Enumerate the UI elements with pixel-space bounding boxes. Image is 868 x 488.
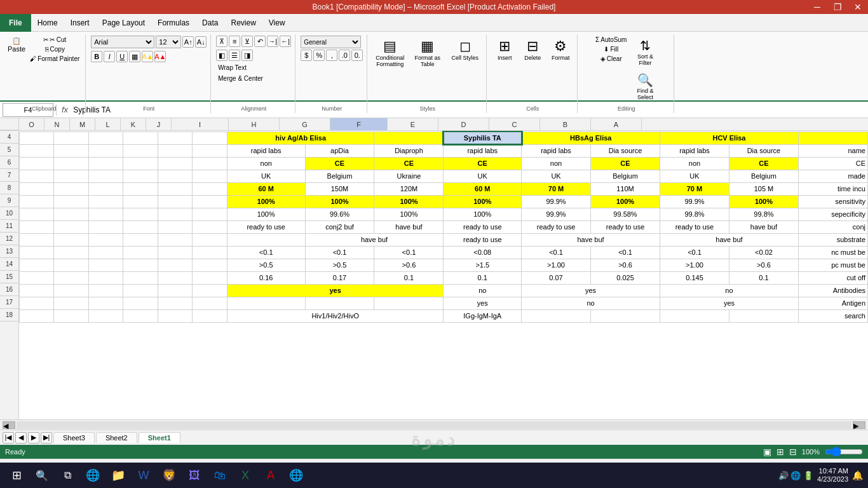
wrap-text-button[interactable]: Wrap Text xyxy=(216,64,248,72)
autosum-button[interactable]: Σ AutoSum xyxy=(593,36,628,44)
cell-b8[interactable]: 105 M xyxy=(729,182,798,195)
merge-center-button[interactable]: Merge & Center xyxy=(216,74,265,83)
cell-i18-hiv[interactable]: Hiv1/Hiv2/HivO xyxy=(227,309,444,322)
cell-b11[interactable]: have buf xyxy=(729,220,798,233)
row-header-18[interactable]: 18 xyxy=(0,309,18,322)
cell-l16[interactable] xyxy=(123,284,158,297)
cell-a16-antibodies[interactable]: Antibodies xyxy=(798,284,867,297)
autocad-button[interactable]: A xyxy=(259,464,282,487)
sheet-view-normal-icon[interactable]: ▣ xyxy=(763,447,771,457)
cell-i8[interactable]: 60 M xyxy=(227,182,305,195)
brave-button[interactable]: 🦁 xyxy=(158,464,180,487)
cell-c15[interactable]: 0.145 xyxy=(660,271,729,284)
col-header-k[interactable]: K xyxy=(121,118,146,130)
cell-h10[interactable]: 99.6% xyxy=(305,208,374,220)
cell-j12[interactable] xyxy=(193,233,227,246)
cell-m11[interactable] xyxy=(88,220,123,233)
cell-b13[interactable]: <0.02 xyxy=(729,246,798,259)
cell-g17[interactable] xyxy=(374,297,444,309)
col-header-g[interactable]: G xyxy=(280,118,330,130)
italic-button[interactable]: I xyxy=(104,51,115,62)
sort-filter-button[interactable]: ⇅ Sort & Filter xyxy=(631,36,659,69)
cell-m18[interactable] xyxy=(88,309,123,322)
cell-c16-no[interactable]: no xyxy=(660,284,799,297)
edge-button[interactable]: 🌐 xyxy=(81,464,104,487)
col-header-l[interactable]: L xyxy=(95,118,121,130)
cell-n17[interactable] xyxy=(54,297,88,309)
cell-g5[interactable]: Diaproph xyxy=(374,144,444,157)
cell-k13[interactable] xyxy=(158,246,192,259)
window-controls[interactable]: ─ ❐ ✕ xyxy=(807,0,868,14)
cell-a4[interactable] xyxy=(798,132,867,144)
cell-i13[interactable]: <0.1 xyxy=(227,246,305,259)
cell-m10[interactable] xyxy=(88,208,123,220)
cell-o11[interactable] xyxy=(20,220,54,233)
cell-c13[interactable]: <0.1 xyxy=(660,246,729,259)
sheet-tab-sheet3[interactable]: Sheet3 xyxy=(53,432,95,443)
col-header-o[interactable]: O xyxy=(19,118,44,130)
cell-b6[interactable]: CE xyxy=(729,157,798,170)
row-header-12[interactable]: 12 xyxy=(0,233,18,245)
fill-color-button[interactable]: A▲ xyxy=(142,51,153,62)
cell-f17-yes[interactable]: yes xyxy=(444,297,522,309)
sheet-view-break-icon[interactable]: ⊟ xyxy=(789,447,797,457)
bold-button[interactable]: B xyxy=(91,51,102,62)
indent-increase-btn[interactable]: →| xyxy=(267,36,278,47)
cell-m12[interactable] xyxy=(88,233,123,246)
sheet-first-btn[interactable]: |◀ xyxy=(3,432,14,444)
cell-c11[interactable]: ready to use xyxy=(660,220,729,233)
cell-n8[interactable] xyxy=(54,182,88,195)
cell-j10[interactable] xyxy=(193,208,227,220)
maximize-btn[interactable]: ❐ xyxy=(827,0,848,14)
cell-d15[interactable]: 0.025 xyxy=(591,271,660,284)
cell-g10[interactable]: 100% xyxy=(374,208,444,220)
conditional-formatting-button[interactable]: ▤ Conditional Formatting xyxy=(372,36,407,70)
cell-f10[interactable]: 100% xyxy=(444,208,522,220)
cell-j6[interactable] xyxy=(193,157,227,170)
row-header-6[interactable]: 6 xyxy=(0,156,18,169)
photos-button[interactable]: 🖼 xyxy=(183,464,206,487)
format-as-table-button[interactable]: ▦ Format as Table xyxy=(410,36,445,70)
row-header-7[interactable]: 7 xyxy=(0,169,18,182)
cell-a17-antigen[interactable]: Antigen xyxy=(798,297,867,309)
cell-l5[interactable] xyxy=(123,144,158,157)
align-top-btn[interactable]: ⊼ xyxy=(216,36,227,47)
cell-h9[interactable]: 100% xyxy=(305,195,374,208)
cut-button[interactable]: ✂ ✂ Cut xyxy=(28,36,81,44)
cell-f8[interactable]: 60 M xyxy=(444,182,522,195)
row-header-15[interactable]: 15 xyxy=(0,271,18,283)
cell-n7[interactable] xyxy=(54,170,88,182)
cell-e10[interactable]: 99.9% xyxy=(522,208,591,220)
cell-e17-no[interactable]: no xyxy=(522,297,660,309)
cell-k11[interactable] xyxy=(158,220,192,233)
cell-k17[interactable] xyxy=(158,297,192,309)
cell-f6[interactable]: CE xyxy=(444,157,522,170)
cell-o4[interactable] xyxy=(20,132,54,144)
cell-n11[interactable] xyxy=(54,220,88,233)
col-header-n[interactable]: N xyxy=(44,118,70,130)
sheet-last-btn[interactable]: ▶| xyxy=(41,432,52,444)
cell-l14[interactable] xyxy=(123,259,158,271)
cell-a10-specificity[interactable]: sepecificity xyxy=(798,208,867,220)
cell-k15[interactable] xyxy=(158,271,192,284)
cell-n10[interactable] xyxy=(54,208,88,220)
cell-i4-hiv-header[interactable]: hiv Ag/Ab Elisa xyxy=(227,132,374,144)
cell-o18[interactable] xyxy=(20,309,54,322)
cell-i6[interactable]: non xyxy=(227,157,305,170)
cell-j18[interactable] xyxy=(193,309,227,322)
cell-o8[interactable] xyxy=(20,182,54,195)
cell-o16[interactable] xyxy=(20,284,54,297)
cell-e11[interactable]: ready to use xyxy=(522,220,591,233)
cell-f11[interactable]: ready to use xyxy=(444,220,522,233)
row-header-10[interactable]: 10 xyxy=(0,207,18,220)
cell-d7[interactable]: Belgium xyxy=(591,170,660,182)
align-right-btn[interactable]: ◨ xyxy=(241,50,253,61)
cell-o15[interactable] xyxy=(20,271,54,284)
search-button[interactable]: 🔍 xyxy=(31,464,53,487)
align-center-btn[interactable]: ☰ xyxy=(229,50,240,61)
cell-c5[interactable]: rapid labs xyxy=(660,144,729,157)
cell-styles-button[interactable]: ◻ Cell Styles xyxy=(447,36,482,64)
sheet-tab-sheet2[interactable]: Sheet2 xyxy=(96,432,137,443)
cell-k8[interactable] xyxy=(158,182,192,195)
cell-g13[interactable]: <0.1 xyxy=(374,246,444,259)
